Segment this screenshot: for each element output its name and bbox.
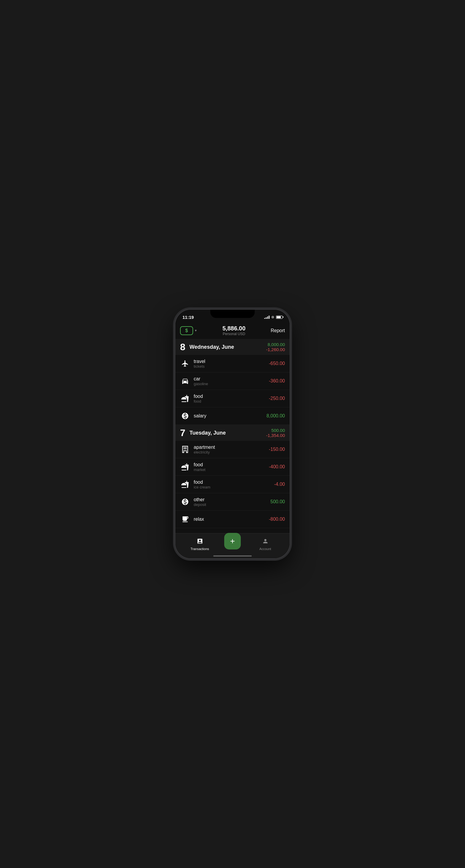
day-left-7: 7 Tuesday, June [180, 428, 226, 438]
header-account-name: Personal USD [223, 332, 245, 336]
transaction-category: food [194, 462, 265, 467]
home-indicator [213, 555, 252, 557]
other-icon [180, 497, 190, 507]
transaction-details: apartment electricity [194, 445, 265, 455]
transactions-icon [197, 538, 203, 546]
currency-badge[interactable]: $ [180, 326, 193, 335]
transaction-note: market [194, 467, 265, 472]
transaction-details: food food [194, 394, 265, 404]
nav-account-label: Account [259, 547, 271, 551]
plus-icon: + [230, 537, 235, 545]
transaction-item[interactable]: salary 8,000.00 [175, 407, 290, 425]
chevron-down-icon: ▼ [194, 329, 197, 332]
salary-icon [180, 411, 190, 421]
transaction-item[interactable]: food ice cream -4.00 [175, 476, 290, 493]
transaction-note: deposit [194, 502, 267, 507]
transaction-list: 8 Wednesday, June 8,000.00 -1,260.00 tra… [175, 339, 290, 533]
header-center: 5,886.00 Personal USD [223, 325, 245, 336]
transaction-note: electricity [194, 450, 265, 455]
food-icon [180, 479, 190, 489]
transaction-category: salary [194, 413, 263, 418]
transaction-details: salary [194, 413, 263, 418]
transaction-note: ice cream [194, 485, 271, 489]
transaction-amount: -650.00 [269, 361, 285, 366]
transaction-amount: -800.00 [269, 517, 285, 522]
day-expense-8: -1,260.00 [266, 347, 285, 352]
transaction-category: travel [194, 359, 265, 364]
transaction-category: food [194, 479, 271, 485]
status-icons: ⊛ [264, 315, 283, 319]
day-header-8: 8 Wednesday, June 8,000.00 -1,260.00 [175, 339, 290, 355]
nav-transactions-label: Transactions [191, 547, 209, 551]
food-icon [180, 394, 190, 404]
day-income-8: 8,000.00 [266, 342, 285, 347]
transaction-note: tickets [194, 364, 265, 369]
day-name-8: Wednesday, June [190, 344, 234, 350]
day-income-7: 500.00 [266, 428, 285, 433]
transaction-details: food market [194, 462, 265, 472]
relax-icon [180, 514, 190, 524]
day-number-8: 8 [180, 342, 185, 352]
food-icon [180, 462, 190, 472]
transaction-amount: -4.00 [274, 482, 285, 487]
day-expense-7: -1,354.00 [266, 433, 285, 438]
day-name-7: Tuesday, June [190, 430, 226, 436]
currency-symbol: $ [185, 328, 188, 333]
transaction-category: apartment [194, 445, 265, 450]
transaction-amount: -400.00 [269, 464, 285, 469]
add-transaction-button[interactable]: + [224, 533, 241, 550]
transaction-item[interactable]: food food -250.00 [175, 390, 290, 407]
transaction-category: car [194, 376, 265, 381]
transaction-details: relax [194, 517, 265, 522]
transaction-amount: -250.00 [269, 396, 285, 401]
battery-icon [276, 316, 283, 319]
transaction-details: travel tickets [194, 359, 265, 369]
transaction-details: food ice cream [194, 479, 271, 489]
account-icon [262, 538, 269, 546]
day-left-8: 8 Wednesday, June [180, 342, 234, 352]
report-button[interactable]: Report [271, 328, 285, 333]
nav-transactions[interactable]: Transactions [175, 538, 224, 551]
car-icon [180, 376, 190, 386]
transaction-category: relax [194, 517, 265, 522]
day-totals-7: 500.00 -1,354.00 [266, 428, 285, 438]
wifi-icon: ⊛ [271, 315, 274, 319]
transaction-amount: -360.00 [269, 378, 285, 384]
nav-account[interactable]: Account [241, 538, 290, 551]
status-time: 11:19 [182, 315, 194, 320]
day-totals-8: 8,000.00 -1,260.00 [266, 342, 285, 352]
transaction-amount: -150.00 [269, 447, 285, 452]
day-number-7: 7 [180, 428, 185, 438]
transaction-category: other [194, 497, 267, 502]
transaction-category: food [194, 394, 265, 399]
plane-icon [180, 359, 190, 369]
transaction-item[interactable]: apartment electricity -150.00 [175, 441, 290, 458]
currency-selector[interactable]: $ ▼ [180, 326, 197, 335]
transaction-item[interactable]: other deposit 500.00 [175, 493, 290, 511]
day-header-7: 7 Tuesday, June 500.00 -1,354.00 [175, 425, 290, 441]
transaction-note: food [194, 399, 265, 404]
signal-icon [264, 315, 269, 319]
apartment-icon [180, 444, 190, 455]
transaction-note: gasoline [194, 381, 265, 386]
header-balance: 5,886.00 [223, 325, 245, 332]
transaction-item[interactable]: car gasoline -360.00 [175, 372, 290, 390]
app-container: $ ▼ 5,886.00 Personal USD Report 8 Wedne… [175, 323, 290, 558]
transaction-amount: 500.00 [270, 499, 285, 504]
transaction-item[interactable]: travel tickets -650.00 [175, 355, 290, 372]
transaction-details: other deposit [194, 497, 267, 507]
transaction-item[interactable]: relax -800.00 [175, 511, 290, 528]
bottom-nav: Transactions + Account [175, 533, 290, 558]
transaction-amount: 8,000.00 [267, 413, 285, 418]
header: $ ▼ 5,886.00 Personal USD Report [175, 323, 290, 339]
transaction-details: car gasoline [194, 376, 265, 386]
transaction-item[interactable]: food market -400.00 [175, 458, 290, 476]
